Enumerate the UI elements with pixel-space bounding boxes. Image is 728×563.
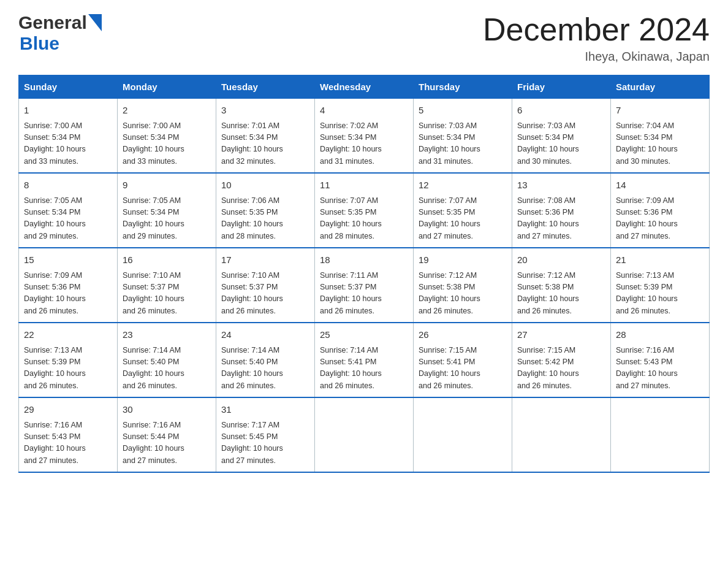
day-info: Sunrise: 7:15 AMSunset: 5:42 PMDaylight:…	[517, 345, 605, 393]
day-info: Sunrise: 7:12 AMSunset: 5:38 PMDaylight:…	[419, 270, 507, 318]
day-number: 8	[24, 178, 112, 193]
day-info: Sunrise: 7:13 AMSunset: 5:39 PMDaylight:…	[616, 270, 704, 318]
calendar-cell: 23Sunrise: 7:14 AMSunset: 5:40 PMDayligh…	[118, 323, 216, 397]
calendar-cell: 18Sunrise: 7:11 AMSunset: 5:37 PMDayligh…	[315, 248, 414, 323]
calendar-table: SundayMondayTuesdayWednesdayThursdayFrid…	[18, 75, 710, 473]
calendar-cell: 1Sunrise: 7:00 AMSunset: 5:34 PMDaylight…	[19, 99, 118, 174]
calendar-cell: 30Sunrise: 7:16 AMSunset: 5:44 PMDayligh…	[118, 397, 216, 472]
day-info: Sunrise: 7:08 AMSunset: 5:36 PMDaylight:…	[517, 195, 605, 243]
calendar-cell: 4Sunrise: 7:02 AMSunset: 5:34 PMDaylight…	[315, 99, 414, 174]
header-tuesday: Tuesday	[216, 75, 315, 99]
calendar-title: December 2024	[483, 12, 710, 47]
day-number: 30	[123, 403, 211, 417]
header-saturday: Saturday	[611, 75, 710, 99]
calendar-cell: 2Sunrise: 7:00 AMSunset: 5:34 PMDaylight…	[118, 99, 216, 174]
day-number: 26	[419, 328, 507, 342]
page-header: General Blue December 2024 Iheya, Okinaw…	[18, 12, 710, 64]
day-info: Sunrise: 7:14 AMSunset: 5:41 PMDaylight:…	[320, 345, 408, 393]
calendar-cell: 10Sunrise: 7:06 AMSunset: 5:35 PMDayligh…	[216, 173, 315, 248]
logo-blue-text: Blue	[20, 33, 59, 54]
day-info: Sunrise: 7:17 AMSunset: 5:45 PMDaylight:…	[221, 419, 309, 467]
day-number: 22	[24, 328, 112, 342]
calendar-cell	[414, 397, 512, 472]
day-info: Sunrise: 7:10 AMSunset: 5:37 PMDaylight:…	[221, 270, 309, 318]
svg-marker-0	[88, 14, 102, 31]
day-number: 24	[221, 328, 309, 342]
day-number: 6	[517, 104, 605, 118]
title-block: December 2024 Iheya, Okinawa, Japan	[483, 12, 710, 64]
calendar-cell: 8Sunrise: 7:05 AMSunset: 5:34 PMDaylight…	[19, 173, 118, 248]
day-number: 28	[616, 328, 704, 342]
day-info: Sunrise: 7:09 AMSunset: 5:36 PMDaylight:…	[616, 195, 704, 243]
calendar-week-row: 8Sunrise: 7:05 AMSunset: 5:34 PMDaylight…	[19, 173, 710, 248]
day-number: 25	[320, 328, 408, 342]
calendar-week-row: 22Sunrise: 7:13 AMSunset: 5:39 PMDayligh…	[19, 323, 710, 397]
calendar-week-row: 15Sunrise: 7:09 AMSunset: 5:36 PMDayligh…	[19, 248, 710, 323]
logo-chevron-icon	[88, 14, 102, 31]
calendar-cell: 27Sunrise: 7:15 AMSunset: 5:42 PMDayligh…	[512, 323, 611, 397]
day-info: Sunrise: 7:11 AMSunset: 5:37 PMDaylight:…	[320, 270, 408, 318]
calendar-cell: 11Sunrise: 7:07 AMSunset: 5:35 PMDayligh…	[315, 173, 414, 248]
calendar-cell: 9Sunrise: 7:05 AMSunset: 5:34 PMDaylight…	[118, 173, 216, 248]
calendar-cell: 20Sunrise: 7:12 AMSunset: 5:38 PMDayligh…	[512, 248, 611, 323]
day-number: 19	[419, 253, 507, 267]
calendar-cell: 7Sunrise: 7:04 AMSunset: 5:34 PMDaylight…	[611, 99, 710, 174]
day-number: 23	[123, 328, 211, 342]
day-number: 14	[616, 178, 704, 193]
day-number: 16	[123, 253, 211, 267]
day-info: Sunrise: 7:16 AMSunset: 5:43 PMDaylight:…	[24, 419, 112, 467]
day-number: 3	[221, 104, 309, 118]
calendar-cell: 22Sunrise: 7:13 AMSunset: 5:39 PMDayligh…	[19, 323, 118, 397]
day-number: 20	[517, 253, 605, 267]
calendar-cell	[315, 397, 414, 472]
day-number: 17	[221, 253, 309, 267]
day-number: 31	[221, 403, 309, 417]
calendar-cell: 28Sunrise: 7:16 AMSunset: 5:43 PMDayligh…	[611, 323, 710, 397]
calendar-cell: 12Sunrise: 7:07 AMSunset: 5:35 PMDayligh…	[414, 173, 512, 248]
calendar-cell: 13Sunrise: 7:08 AMSunset: 5:36 PMDayligh…	[512, 173, 611, 248]
day-number: 4	[320, 104, 408, 118]
calendar-cell: 21Sunrise: 7:13 AMSunset: 5:39 PMDayligh…	[611, 248, 710, 323]
day-number: 21	[616, 253, 704, 267]
header-thursday: Thursday	[414, 75, 512, 99]
calendar-cell	[611, 397, 710, 472]
calendar-cell: 24Sunrise: 7:14 AMSunset: 5:40 PMDayligh…	[216, 323, 315, 397]
day-info: Sunrise: 7:00 AMSunset: 5:34 PMDaylight:…	[123, 120, 211, 168]
calendar-week-row: 29Sunrise: 7:16 AMSunset: 5:43 PMDayligh…	[19, 397, 710, 472]
day-info: Sunrise: 7:01 AMSunset: 5:34 PMDaylight:…	[221, 120, 309, 168]
calendar-cell: 31Sunrise: 7:17 AMSunset: 5:45 PMDayligh…	[216, 397, 315, 472]
day-number: 12	[419, 178, 507, 193]
header-monday: Monday	[118, 75, 216, 99]
day-number: 9	[123, 178, 211, 193]
header-sunday: Sunday	[19, 75, 118, 99]
day-info: Sunrise: 7:03 AMSunset: 5:34 PMDaylight:…	[419, 120, 507, 168]
day-info: Sunrise: 7:05 AMSunset: 5:34 PMDaylight:…	[123, 195, 211, 243]
calendar-cell: 6Sunrise: 7:03 AMSunset: 5:34 PMDaylight…	[512, 99, 611, 174]
calendar-cell: 14Sunrise: 7:09 AMSunset: 5:36 PMDayligh…	[611, 173, 710, 248]
day-number: 1	[24, 104, 112, 118]
day-info: Sunrise: 7:15 AMSunset: 5:41 PMDaylight:…	[419, 345, 507, 393]
calendar-cell: 19Sunrise: 7:12 AMSunset: 5:38 PMDayligh…	[414, 248, 512, 323]
day-info: Sunrise: 7:02 AMSunset: 5:34 PMDaylight:…	[320, 120, 408, 168]
calendar-cell	[512, 397, 611, 472]
day-info: Sunrise: 7:07 AMSunset: 5:35 PMDaylight:…	[419, 195, 507, 243]
day-info: Sunrise: 7:09 AMSunset: 5:36 PMDaylight:…	[24, 270, 112, 318]
day-number: 29	[24, 403, 112, 417]
day-number: 15	[24, 253, 112, 267]
day-info: Sunrise: 7:04 AMSunset: 5:34 PMDaylight:…	[616, 120, 704, 168]
day-number: 7	[616, 104, 704, 118]
day-info: Sunrise: 7:16 AMSunset: 5:44 PMDaylight:…	[123, 419, 211, 467]
calendar-week-row: 1Sunrise: 7:00 AMSunset: 5:34 PMDaylight…	[19, 99, 710, 174]
location-subtitle: Iheya, Okinawa, Japan	[483, 50, 710, 64]
day-number: 2	[123, 104, 211, 118]
calendar-cell: 16Sunrise: 7:10 AMSunset: 5:37 PMDayligh…	[118, 248, 216, 323]
day-number: 27	[517, 328, 605, 342]
logo-general-text: General	[18, 12, 87, 33]
day-info: Sunrise: 7:14 AMSunset: 5:40 PMDaylight:…	[123, 345, 211, 393]
day-info: Sunrise: 7:03 AMSunset: 5:34 PMDaylight:…	[517, 120, 605, 168]
day-info: Sunrise: 7:14 AMSunset: 5:40 PMDaylight:…	[221, 345, 309, 393]
day-info: Sunrise: 7:10 AMSunset: 5:37 PMDaylight:…	[123, 270, 211, 318]
day-number: 18	[320, 253, 408, 267]
calendar-cell: 25Sunrise: 7:14 AMSunset: 5:41 PMDayligh…	[315, 323, 414, 397]
day-info: Sunrise: 7:07 AMSunset: 5:35 PMDaylight:…	[320, 195, 408, 243]
